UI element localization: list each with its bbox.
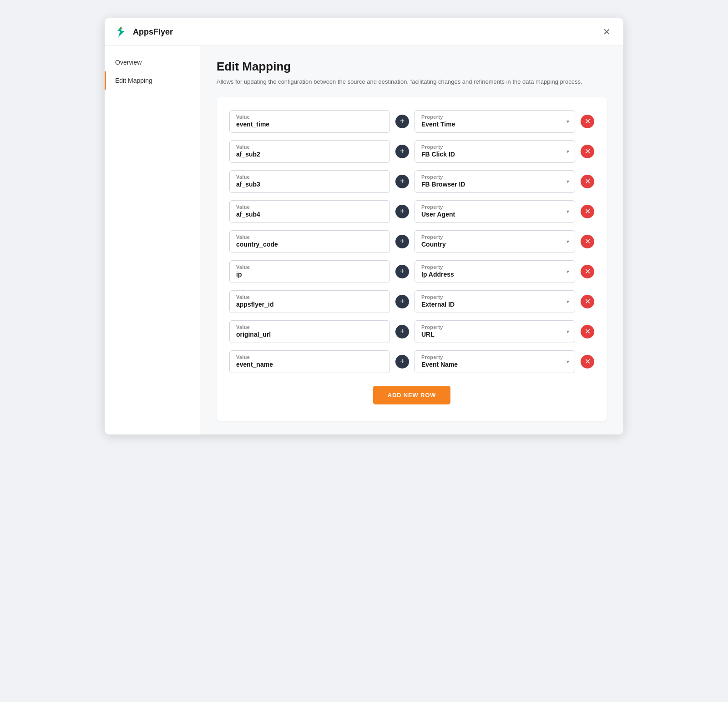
property-value: Event Time bbox=[421, 121, 568, 128]
mapping-row: Value country_code + Property Country ✕ bbox=[229, 230, 594, 253]
mapping-row: Value appsflyer_id + Property External I… bbox=[229, 290, 594, 313]
value-label: Value bbox=[236, 204, 383, 210]
value-label: Value bbox=[236, 324, 383, 330]
mapping-row: Value original_url + Property URL ✕ bbox=[229, 320, 594, 343]
property-value: Ip Address bbox=[421, 271, 568, 278]
property-value: URL bbox=[421, 331, 568, 338]
property-value: Country bbox=[421, 241, 568, 248]
property-value: User Agent bbox=[421, 211, 568, 218]
delete-button[interactable]: ✕ bbox=[581, 295, 594, 308]
delete-button[interactable]: ✕ bbox=[581, 235, 594, 248]
value-field: Value event_time bbox=[229, 110, 390, 133]
plus-button[interactable]: + bbox=[395, 265, 409, 278]
value-text: appsflyer_id bbox=[236, 301, 383, 308]
sidebar-item-overview[interactable]: Overview bbox=[105, 53, 200, 71]
value-text: event_name bbox=[236, 361, 383, 368]
plus-button[interactable]: + bbox=[395, 115, 409, 128]
delete-button[interactable]: ✕ bbox=[581, 145, 594, 158]
delete-button[interactable]: ✕ bbox=[581, 325, 594, 338]
value-field: Value event_name bbox=[229, 350, 390, 373]
main-layout: Overview Edit Mapping Edit Mapping Allow… bbox=[105, 46, 623, 434]
mapping-row: Value af_sub3 + Property FB Browser ID ✕ bbox=[229, 170, 594, 193]
mapping-row: Value ip + Property Ip Address ✕ bbox=[229, 260, 594, 283]
mapping-row: Value af_sub2 + Property FB Click ID ✕ bbox=[229, 140, 594, 163]
appsflyer-logo bbox=[114, 25, 128, 39]
app-window: AppsFlyer ✕ Overview Edit Mapping Edit M… bbox=[105, 18, 623, 434]
sidebar: Overview Edit Mapping bbox=[105, 46, 200, 434]
content-area: Edit Mapping Allows for updating the con… bbox=[200, 46, 623, 434]
property-value: FB Browser ID bbox=[421, 181, 568, 188]
property-select-container[interactable]: Property Event Name bbox=[415, 350, 575, 373]
value-text: event_time bbox=[236, 121, 383, 128]
property-select-container[interactable]: Property Ip Address bbox=[415, 260, 575, 283]
plus-button[interactable]: + bbox=[395, 295, 409, 308]
value-label: Value bbox=[236, 174, 383, 180]
value-field: Value af_sub3 bbox=[229, 170, 390, 193]
value-field: Value af_sub2 bbox=[229, 140, 390, 163]
plus-button[interactable]: + bbox=[395, 145, 409, 158]
value-label: Value bbox=[236, 294, 383, 300]
property-label: Property bbox=[421, 144, 568, 150]
property-select-container[interactable]: Property URL bbox=[415, 320, 575, 343]
value-text: af_sub2 bbox=[236, 151, 383, 158]
value-field: Value original_url bbox=[229, 320, 390, 343]
property-select-container[interactable]: Property External ID bbox=[415, 290, 575, 313]
title-bar: AppsFlyer ✕ bbox=[105, 18, 623, 46]
property-select-container[interactable]: Property Country bbox=[415, 230, 575, 253]
value-field: Value country_code bbox=[229, 230, 390, 253]
value-label: Value bbox=[236, 264, 383, 270]
value-field: Value ip bbox=[229, 260, 390, 283]
property-value: External ID bbox=[421, 301, 568, 308]
sidebar-item-edit-mapping[interactable]: Edit Mapping bbox=[105, 71, 200, 90]
value-text: af_sub4 bbox=[236, 211, 383, 218]
plus-button[interactable]: + bbox=[395, 355, 409, 369]
value-text: country_code bbox=[236, 241, 383, 248]
property-label: Property bbox=[421, 354, 568, 360]
value-label: Value bbox=[236, 234, 383, 240]
property-label: Property bbox=[421, 324, 568, 330]
value-label: Value bbox=[236, 144, 383, 150]
delete-button[interactable]: ✕ bbox=[581, 115, 594, 128]
delete-button[interactable]: ✕ bbox=[581, 355, 594, 369]
page-title: Edit Mapping bbox=[217, 60, 607, 74]
property-select-container[interactable]: Property FB Click ID bbox=[415, 140, 575, 163]
plus-button[interactable]: + bbox=[395, 325, 409, 338]
property-label: Property bbox=[421, 204, 568, 210]
value-field: Value appsflyer_id bbox=[229, 290, 390, 313]
property-label: Property bbox=[421, 234, 568, 240]
page-description: Allows for updating the configuration be… bbox=[217, 77, 607, 86]
property-select-container[interactable]: Property Event Time bbox=[415, 110, 575, 133]
property-label: Property bbox=[421, 174, 568, 180]
property-select-container[interactable]: Property FB Browser ID bbox=[415, 170, 575, 193]
property-label: Property bbox=[421, 294, 568, 300]
value-text: af_sub3 bbox=[236, 181, 383, 188]
property-label: Property bbox=[421, 264, 568, 270]
property-value: Event Name bbox=[421, 361, 568, 368]
value-field: Value af_sub4 bbox=[229, 200, 390, 223]
delete-button[interactable]: ✕ bbox=[581, 175, 594, 188]
property-select-container[interactable]: Property User Agent bbox=[415, 200, 575, 223]
mapping-row: Value event_time + Property Event Time ✕ bbox=[229, 110, 594, 133]
add-new-row-button[interactable]: ADD NEW ROW bbox=[373, 386, 450, 404]
mapping-container: Value event_time + Property Event Time ✕… bbox=[217, 97, 607, 421]
property-value: FB Click ID bbox=[421, 151, 568, 158]
delete-button[interactable]: ✕ bbox=[581, 265, 594, 278]
value-text: original_url bbox=[236, 331, 383, 338]
plus-button[interactable]: + bbox=[395, 175, 409, 188]
app-title: AppsFlyer bbox=[133, 27, 173, 37]
svg-marker-1 bbox=[121, 26, 123, 29]
title-bar-left: AppsFlyer bbox=[114, 25, 173, 39]
plus-button[interactable]: + bbox=[395, 235, 409, 248]
delete-button[interactable]: ✕ bbox=[581, 205, 594, 218]
value-label: Value bbox=[236, 354, 383, 360]
property-label: Property bbox=[421, 114, 568, 120]
close-button[interactable]: ✕ bbox=[599, 25, 614, 39]
mapping-rows: Value event_time + Property Event Time ✕… bbox=[229, 110, 594, 373]
value-text: ip bbox=[236, 271, 383, 278]
value-label: Value bbox=[236, 114, 383, 120]
plus-button[interactable]: + bbox=[395, 205, 409, 218]
mapping-row: Value event_name + Property Event Name ✕ bbox=[229, 350, 594, 373]
mapping-row: Value af_sub4 + Property User Agent ✕ bbox=[229, 200, 594, 223]
